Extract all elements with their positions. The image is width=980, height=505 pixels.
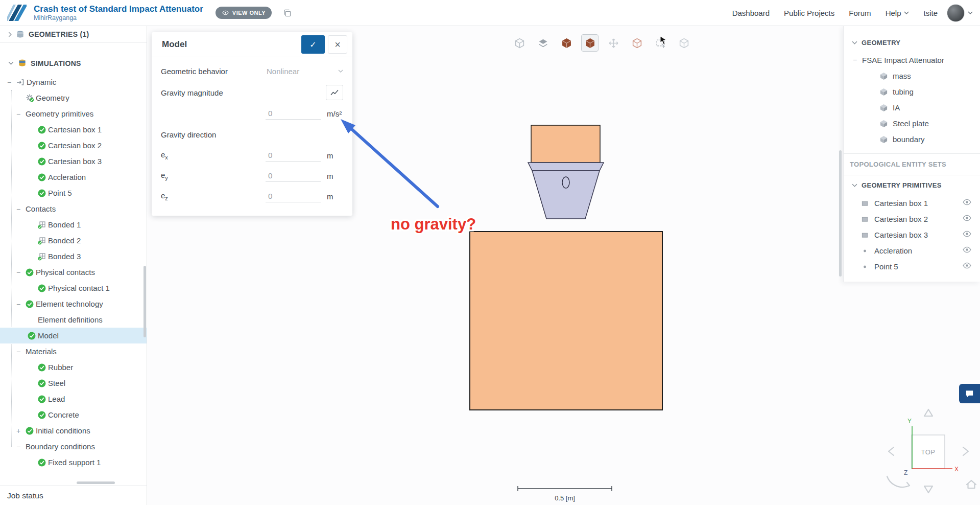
tree-item-label: Initial conditions (36, 426, 90, 435)
view-only-label: VIEW ONLY (232, 10, 266, 16)
rotate-roll-arrow[interactable] (887, 476, 906, 487)
impactor-cone[interactable] (532, 171, 600, 219)
copy-project-icon[interactable] (283, 9, 292, 17)
nav-dashboard[interactable]: Dashboard (732, 9, 770, 17)
geometry-part-mass[interactable]: mass (844, 68, 980, 84)
tree-item-dynamic[interactable]: −Dynamic (0, 74, 147, 90)
toolbar-textured-view-button[interactable] (581, 34, 599, 52)
tree-item-label: Fixed support 1 (48, 458, 101, 467)
tree-item-initial-conditions[interactable]: +Initial conditions (0, 423, 147, 439)
gravity-magnitude-input[interactable] (266, 107, 321, 120)
visibility-eye-icon[interactable] (962, 246, 972, 253)
tree-item-cartesian-box-3[interactable]: Cartesian box 3 (0, 153, 147, 169)
visibility-eye-icon[interactable] (962, 231, 972, 237)
nav-tsite[interactable]: tsite (923, 9, 938, 17)
ex-input[interactable] (266, 149, 321, 162)
visibility-eye-icon[interactable] (962, 262, 972, 269)
tree-item-materials[interactable]: −Materials (0, 343, 147, 359)
home-view-icon[interactable] (967, 480, 976, 488)
apply-button[interactable]: ✓ (301, 35, 325, 54)
tree-item-geometry-primitives[interactable]: −Geometry primitives (0, 106, 147, 122)
rotate-down-arrow[interactable] (924, 486, 933, 493)
chevron-down-icon[interactable] (968, 11, 973, 14)
job-status-bar[interactable]: Job status (0, 486, 147, 505)
primitive-point-5[interactable]: Point 5 (844, 259, 980, 274)
tree-item-fixed-support-1[interactable]: Fixed support 1 (0, 454, 147, 470)
close-panel-button[interactable]: × (328, 35, 347, 54)
visibility-eye-icon[interactable] (962, 215, 972, 221)
simulations-section[interactable]: SIMULATIONS (0, 55, 147, 72)
minus-expander-icon[interactable]: − (16, 443, 26, 451)
toolbar-box-select-button[interactable] (652, 34, 669, 52)
tree-item-steel[interactable]: Steel (0, 375, 147, 391)
topological-sets-header[interactable]: TOPOLOGICAL ENTITY SETS (844, 153, 980, 175)
tree-item-cartesian-box-2[interactable]: Cartesian box 2 (0, 137, 147, 153)
project-owner[interactable]: MihirRayganga (34, 14, 203, 21)
geometry-part-ia[interactable]: IA (844, 100, 980, 116)
primitive-cartesian-box-2[interactable]: Cartesian box 2 (844, 211, 980, 227)
tree-item-accleration[interactable]: Accleration (0, 169, 147, 185)
visibility-eye-icon[interactable] (962, 199, 972, 205)
ez-input[interactable] (266, 190, 321, 202)
panel-scrollbar[interactable] (839, 150, 842, 277)
chat-button[interactable] (959, 384, 980, 403)
minus-expander-icon[interactable]: − (16, 205, 26, 213)
toolbar-fit-view-button[interactable] (511, 34, 528, 52)
nav-help[interactable]: Help (886, 9, 910, 17)
minus-expander-icon[interactable]: − (7, 78, 16, 86)
tree-item-rubber[interactable]: Rubber (0, 359, 147, 375)
tree-item-boundary-conditions[interactable]: −Boundary conditions (0, 439, 147, 454)
ey-input[interactable] (266, 170, 321, 182)
tree-item-bonded-1[interactable]: Bonded 1 (0, 217, 147, 233)
user-avatar[interactable] (947, 4, 965, 22)
tree-item-element-definitions[interactable]: Element definitions (0, 312, 147, 328)
nav-forum[interactable]: Forum (849, 9, 871, 17)
minus-expander-icon[interactable]: − (853, 56, 862, 64)
plus-expander-icon[interactable]: + (16, 427, 26, 435)
tree-item-cartesian-box-1[interactable]: Cartesian box 1 (0, 122, 147, 137)
minus-expander-icon[interactable]: − (16, 110, 26, 118)
tree-item-concrete[interactable]: Concrete (0, 407, 147, 423)
primitive-accleration[interactable]: Accleration (844, 243, 980, 259)
tree-item-physical-contacts[interactable]: −Physical contacts (0, 264, 147, 280)
minus-expander-icon[interactable]: − (16, 348, 26, 356)
primitive-cartesian-box-3[interactable]: Cartesian box 3 (844, 227, 980, 243)
tree-item-bonded-3[interactable]: Bonded 3 (0, 248, 147, 264)
tree-item-physical-contact-1[interactable]: Physical contact 1 (0, 280, 147, 296)
toolbar-visibility-options-button[interactable] (675, 34, 692, 52)
tree-item-point-5[interactable]: Point 5 (0, 185, 147, 201)
geometry-part-tubing[interactable]: tubing (844, 84, 980, 100)
tree-item-element-technology[interactable]: −Element technology (0, 296, 147, 312)
tree-item-bonded-2[interactable]: Bonded 2 (0, 233, 147, 248)
toolbar-wireframe-view-button[interactable] (628, 34, 646, 52)
tree-item-geometry[interactable]: Geometry (0, 90, 147, 106)
primitive-cartesian-box-1[interactable]: Cartesian box 1 (844, 195, 980, 211)
simscale-logo-icon[interactable] (7, 3, 27, 22)
geometric-behavior-select[interactable]: Nonlinear (267, 67, 343, 76)
impactor-mass-block[interactable] (531, 125, 600, 163)
rotate-right-arrow[interactable] (963, 447, 968, 455)
minus-expander-icon[interactable]: − (16, 268, 26, 277)
table-input-button[interactable] (326, 85, 343, 100)
minus-expander-icon[interactable]: − (16, 300, 26, 308)
tree-item-lead[interactable]: Lead (0, 391, 147, 407)
horizontal-scrollbar[interactable] (77, 481, 115, 484)
toolbar-solid-view-button[interactable] (558, 34, 575, 52)
toolbar-section-view-button[interactable] (534, 34, 552, 52)
geometry-part-steel-plate[interactable]: Steel plate (844, 116, 980, 131)
vertical-scrollbar[interactable] (144, 266, 146, 337)
geometry-primitives-header[interactable]: GEOMETRY PRIMITIVES (844, 175, 980, 195)
toolbar-pan-view-button[interactable] (605, 34, 622, 52)
impactor-plate[interactable] (528, 163, 604, 171)
geometry-section-header[interactable]: GEOMETRY (844, 33, 980, 52)
nav-public-projects[interactable]: Public Projects (784, 9, 834, 17)
geometry-part-boundary[interactable]: boundary (844, 131, 980, 147)
rotate-left-arrow[interactable] (889, 447, 894, 455)
attenuator-block[interactable] (470, 232, 662, 410)
tree-item-contacts[interactable]: −Contacts (0, 201, 147, 217)
tree-item-model[interactable]: Model (0, 328, 147, 343)
geometries-section[interactable]: GEOMETRIES (1) (0, 26, 147, 43)
geometry-root-item[interactable]: − FSAE Impact Attenuator (844, 52, 980, 68)
project-title[interactable]: Crash test of Standard Impact Attenuator (34, 4, 203, 14)
rotate-up-arrow[interactable] (924, 409, 933, 416)
